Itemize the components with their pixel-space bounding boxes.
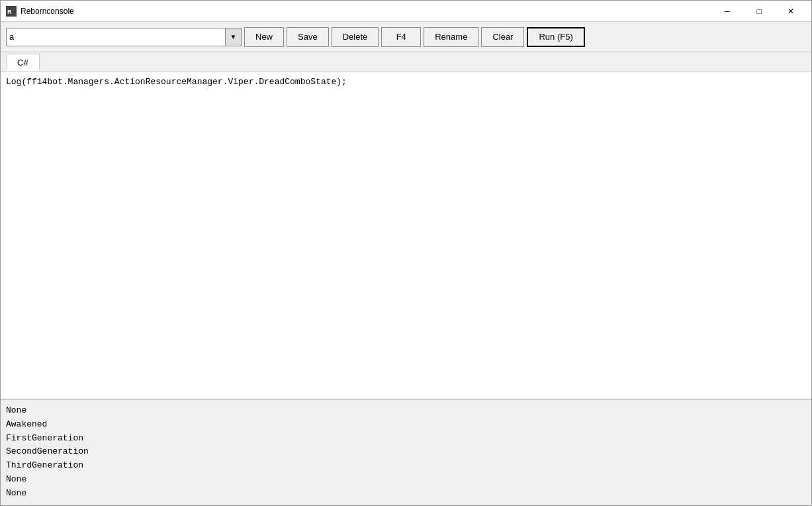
content-wrapper: NoneAwakenedFirstGenerationSecondGenerat… [1, 72, 811, 505]
output-line: FirstGeneration [6, 432, 806, 446]
close-button[interactable]: ✕ [776, 1, 806, 22]
output-line: SecondGeneration [6, 445, 806, 459]
clear-button[interactable]: Clear [481, 27, 524, 47]
maximize-button[interactable]: □ [744, 1, 774, 22]
output-line: ThirdGeneration [6, 459, 806, 473]
tab-csharp-label: C# [17, 58, 28, 68]
window-controls: ─ □ ✕ [712, 1, 806, 22]
f4-button[interactable]: F4 [381, 27, 421, 47]
toolbar: ▼ New Save Delete F4 Rename Clear Run (F… [1, 22, 811, 52]
new-button[interactable]: New [244, 27, 284, 47]
output-line: Awakened [6, 418, 806, 432]
window-title: Rebornconsole [21, 7, 712, 16]
app-icon: R [6, 6, 17, 17]
minimize-button[interactable]: ─ [712, 1, 743, 22]
script-selector-wrapper: ▼ [6, 28, 242, 46]
title-bar: R Rebornconsole ─ □ ✕ [1, 1, 811, 22]
code-editor[interactable] [1, 72, 811, 399]
output-panel: NoneAwakenedFirstGenerationSecondGenerat… [1, 399, 811, 505]
main-window: R Rebornconsole ─ □ ✕ ▼ New Save Delete … [0, 0, 812, 506]
delete-button[interactable]: Delete [332, 27, 379, 47]
script-input[interactable] [7, 28, 225, 46]
output-line: None [6, 487, 806, 501]
save-button[interactable]: Save [287, 27, 329, 47]
output-line: None [6, 404, 806, 418]
tabs-bar: C# [1, 52, 811, 72]
rename-button[interactable]: Rename [424, 27, 478, 47]
run-button[interactable]: Run (F5) [527, 27, 584, 47]
output-line: None [6, 473, 806, 487]
svg-text:R: R [7, 9, 12, 15]
tab-csharp[interactable]: C# [6, 54, 40, 71]
select-dropdown-arrow[interactable]: ▼ [225, 28, 241, 46]
